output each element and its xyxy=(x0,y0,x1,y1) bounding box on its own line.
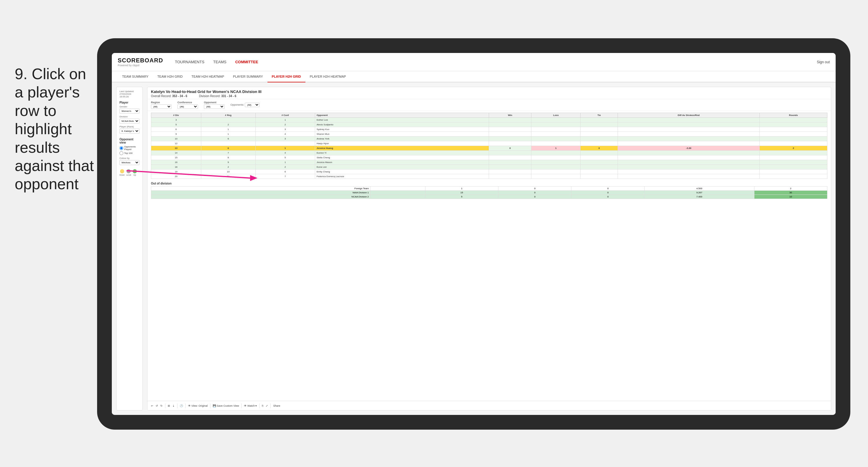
nav-teams[interactable]: TEAMS xyxy=(213,58,226,66)
col-conf: # Conf xyxy=(255,113,315,118)
table-row[interactable]: 522Alexis Sudjianto xyxy=(151,122,827,127)
toolbar-sep-1 xyxy=(165,403,165,408)
table-row[interactable]: 31Esther Lee xyxy=(151,118,827,122)
panel-title: Katelyn Vo Head-to-Head Grid for Women's… xyxy=(151,89,827,94)
overall-record-label: Overall Record: 353 - 34 - 6 xyxy=(151,94,187,98)
sign-out-button[interactable]: Sign out xyxy=(817,60,830,64)
tablet-screen: SCOREBOARD Powered by clippd TOURNAMENTS… xyxy=(112,53,836,415)
tab-player-summary[interactable]: PLAYER SUMMARY xyxy=(228,71,268,83)
tab-player-h2h-grid[interactable]: PLAYER H2H GRID xyxy=(268,71,305,83)
table-row[interactable]: 1585Stella Cheng xyxy=(151,155,827,160)
table-row[interactable]: 1063Andrea York xyxy=(151,136,827,141)
opponent-view-group: Opponents Played Top 100 xyxy=(120,145,140,155)
tab-team-h2h-grid[interactable]: TEAM H2H GRID xyxy=(153,71,187,83)
col-tie: Tie xyxy=(581,113,618,118)
colour-select[interactable]: Win/loss xyxy=(120,160,140,165)
table-row[interactable]: 20117Federica Domecq Lacroze xyxy=(151,174,827,179)
conference-label: Conference xyxy=(178,101,198,104)
toolbar-sep-5 xyxy=(241,403,242,408)
tab-team-h2h-heatmap[interactable]: TEAM H2H HEATMAP xyxy=(187,71,228,83)
table-row[interactable]: 1691Jessica Mason xyxy=(151,160,827,165)
undo-button[interactable]: ↩ xyxy=(151,404,153,407)
logo-sub: Powered by clippd xyxy=(118,64,163,67)
opponents-value-select[interactable]: (All) xyxy=(245,103,259,107)
main-content: Last Updated: 27/03/2024 16:55:28 Player… xyxy=(112,83,836,415)
bottom-toolbar: ↩ ↺ ↻ ⊞ ⤓ 🕐 👁 View: Original 💾 Save Cust… xyxy=(147,401,831,410)
redo-step-back[interactable]: ↺ xyxy=(156,404,158,407)
col-loss: Loss xyxy=(531,113,581,118)
history-button[interactable]: 🕐 xyxy=(180,404,183,407)
watch-button[interactable]: 👁 Watch ▾ xyxy=(244,404,257,407)
nav-committee[interactable]: COMMITTEE xyxy=(235,58,258,66)
region-select[interactable]: (All) xyxy=(151,104,172,109)
col-opponent: Opponent xyxy=(315,113,489,118)
col-reg: # Reg xyxy=(201,113,255,118)
table-row[interactable]: 914Sharon Mun xyxy=(151,132,827,136)
toolbar-sep-6 xyxy=(259,403,259,408)
table-row[interactable]: 613Sydney Kuo xyxy=(151,127,827,132)
opponent-label: Opponent xyxy=(204,101,224,104)
ood-table-row[interactable]: Foreign Team1004.5002 xyxy=(151,187,827,191)
panel-records: Overall Record: 353 - 34 - 6 Division Re… xyxy=(151,94,827,98)
panel-header: Katelyn Vo Head-to-Head Grid for Women's… xyxy=(147,87,831,99)
conference-select[interactable]: (All) xyxy=(178,104,198,109)
save-custom-view-button[interactable]: 💾 Save Custom View xyxy=(213,404,239,407)
radio-opponents-played[interactable]: Opponents Played xyxy=(120,145,140,151)
filters-row: Region (All) Conference (All) Opponent xyxy=(147,99,831,111)
ood-table-row[interactable]: NAIA Division 115009.26730 xyxy=(151,191,827,195)
out-of-division: Out of division Foreign Team1004.5002NAI… xyxy=(151,182,827,199)
expand-button[interactable]: ⤢ xyxy=(266,404,268,407)
colour-legend: Down Level Up xyxy=(120,169,140,176)
toolbar-sep-2 xyxy=(177,403,178,408)
tablet-frame: SCOREBOARD Powered by clippd TOURNAMENTS… xyxy=(97,38,850,430)
ood-table-row[interactable]: NCAA Division 25007.40010 xyxy=(151,195,827,199)
opponent-view-label: Opponent view xyxy=(120,138,140,144)
out-of-division-title: Out of division xyxy=(151,182,827,185)
legend-down-dot xyxy=(120,169,124,173)
table-row[interactable]: 12Haeju Hyun xyxy=(151,141,827,146)
opponent-select[interactable]: (All) xyxy=(204,104,224,109)
redo-button[interactable]: ↻ xyxy=(160,404,163,407)
legend-down-label: Down xyxy=(120,174,125,176)
sidebar-player-label: Player xyxy=(120,101,140,104)
tab-player-h2h-heatmap[interactable]: PLAYER H2H HEATMAP xyxy=(305,71,350,83)
sub-nav: TEAM SUMMARY TEAM H2H GRID TEAM H2H HEAT… xyxy=(112,71,836,83)
region-filter: Region (All) xyxy=(151,101,172,109)
table-row[interactable]: 1822Euna Lee xyxy=(151,165,827,169)
gender-label: Gender xyxy=(120,105,140,108)
table-row[interactable]: 1361Jessica Huang010-3.002 xyxy=(151,146,827,151)
tab-team-summary[interactable]: TEAM SUMMARY xyxy=(118,71,153,83)
grid-area: # Div # Reg # Conf Opponent Win Loss Tie… xyxy=(147,111,831,401)
logo: SCOREBOARD Powered by clippd xyxy=(118,57,163,67)
overall-record-value: 353 - 34 - 6 xyxy=(172,94,187,98)
nav-bar: SCOREBOARD Powered by clippd TOURNAMENTS… xyxy=(112,53,836,71)
nav-tournaments[interactable]: TOURNAMENTS xyxy=(175,58,204,66)
radio-top100[interactable]: Top 100 xyxy=(120,151,140,155)
region-label: Region xyxy=(151,101,172,104)
copy-button[interactable]: ⎘ xyxy=(262,404,264,407)
division-record-value: 331 - 34 - 6 xyxy=(221,94,236,98)
division-select[interactable]: NCAA Division III xyxy=(120,119,140,124)
toolbar-sep-3 xyxy=(185,403,186,408)
ood-table: Foreign Team1004.5002NAIA Division 11500… xyxy=(151,186,827,199)
h2h-table: # Div # Reg # Conf Opponent Win Loss Tie… xyxy=(151,113,827,179)
right-panel: Katelyn Vo Head-to-Head Grid for Women's… xyxy=(147,87,831,410)
gender-select[interactable]: Women's xyxy=(120,108,140,114)
col-rounds: Rounds xyxy=(760,113,827,118)
view-original-button[interactable]: 👁 View: Original xyxy=(188,404,208,407)
download-button[interactable]: ⤓ xyxy=(173,404,175,407)
table-row[interactable]: 19106Emily Chang xyxy=(151,169,827,174)
player-select[interactable]: 8. Katelyn Vo xyxy=(120,129,140,133)
grid-button[interactable]: ⊞ xyxy=(168,404,170,407)
left-sidebar: Last Updated: 27/03/2024 16:55:28 Player… xyxy=(116,87,143,410)
opponents-filter-label: Opponents: (All) xyxy=(230,103,259,107)
colour-label: Colour by xyxy=(120,157,140,159)
table-row[interactable]: 1474Eunice Yi xyxy=(151,151,827,155)
share-button[interactable]: Share xyxy=(273,404,280,407)
nav-links: TOURNAMENTS TEAMS COMMITTEE xyxy=(175,58,817,66)
col-win: Win xyxy=(489,113,531,118)
col-div: # Div xyxy=(151,113,201,118)
legend-level-label: Level xyxy=(126,174,131,176)
opponent-filter: Opponent (All) xyxy=(204,101,224,109)
player-rank-label: Player (Rank) xyxy=(120,125,140,128)
